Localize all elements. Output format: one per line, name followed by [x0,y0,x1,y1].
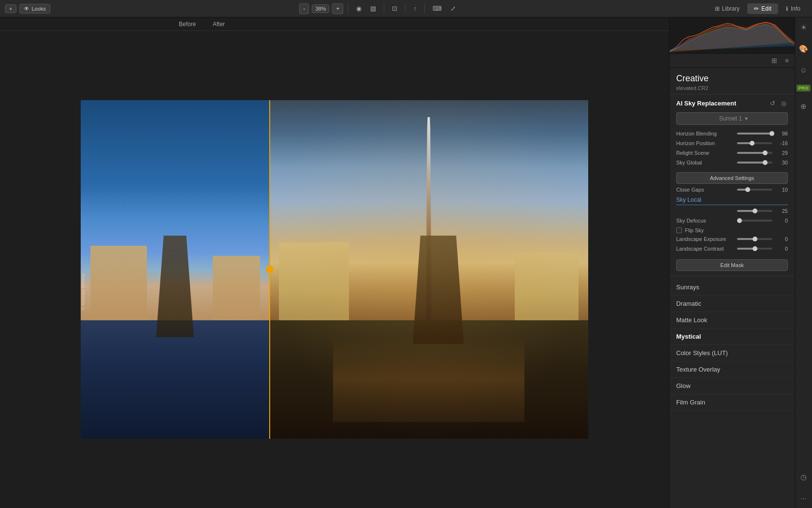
relight-scene-track[interactable] [737,152,772,154]
before-scene: 🌴 🌴 🌴 [81,100,269,439]
horizon-position-value: -16 [775,140,788,146]
zoom-display: 38% [312,4,329,13]
sky-local-row: 25 [676,208,788,214]
sky-defocus-track[interactable] [737,220,772,222]
advanced-sliders: Close Gaps 10 Sky Local [676,187,788,252]
texture-overlay-item[interactable]: Texture Overlay [669,361,795,378]
edit-icon: ✏ [754,5,759,12]
main-sliders: Horizon Blending 98 Horizon Position [676,131,788,165]
dramatic-item[interactable]: Dramatic [669,296,795,312]
horizon-position-label: Horizon Position [676,140,734,146]
after-label: After [213,21,225,28]
sky-selector-label: Sunset 1 [719,115,742,122]
right-panel: ⊞ ≡ Creative elevated.CR2 AI Sky Replace… [669,17,795,508]
flip-sky-checkbox[interactable] [676,227,682,233]
main-area: Before After 🌴 [0,17,812,508]
preview-button[interactable]: ◉ [353,3,364,14]
sky-local-track[interactable] [737,210,772,212]
flip-sky-checkbox-label: Flip Sky [685,227,704,233]
histogram-svg [669,17,795,54]
face-icon[interactable]: ☺ [798,64,809,76]
sky-global-value: 30 [775,160,788,165]
horizon-blending-row: Horizon Blending 98 [676,131,788,136]
fullscreen-button[interactable]: ⤢ [448,3,459,14]
right-side-icons: ☀ 🎨 ☺ PRO ⊕ ◷ ··· [795,17,812,508]
zoom-out-button[interactable]: - [299,3,309,14]
horizon-blending-value: 98 [775,131,788,136]
crop-button[interactable]: ⊡ [389,3,400,14]
panel-scroll[interactable]: AI Sky Replacement ↺ ◎ Sunset 1 ▾ Horizo… [669,94,795,508]
sky-global-track[interactable] [737,162,772,164]
relight-scene-value: 29 [775,150,788,156]
undo-button[interactable]: ↺ [768,99,777,107]
landscape-exposure-value: 0 [775,236,788,242]
sky-local-value: 25 [775,208,788,214]
looks-button[interactable]: 👁 Looks [19,4,50,14]
histogram-area [669,17,795,54]
palette-icon[interactable]: 🎨 [797,43,810,55]
after-scene: 🌴 🌴 🌴 🌴 [269,100,588,439]
before-label: Before [179,21,196,28]
export-button[interactable]: ↑ [410,3,420,14]
info-icon: ℹ [786,5,788,12]
horizon-blending-track[interactable] [737,133,772,134]
zoom-in-button[interactable]: + [332,3,343,14]
separator-2 [384,4,384,14]
library-icon: ⊞ [715,5,720,12]
separator-4 [424,4,425,14]
add-button[interactable]: + [5,4,16,13]
sky-global-row: Sky Global 30 [676,160,788,165]
horizon-position-track[interactable] [737,142,772,144]
creative-items-list: Sunrays Dramatic Matte Look Mystical Col… [669,276,795,414]
toggle-button[interactable]: ◎ [780,99,788,107]
layers-panel-icon[interactable]: ⊞ [769,56,779,65]
landscape-exposure-track[interactable] [737,238,772,240]
split-handle[interactable] [266,266,274,273]
top-toolbar: + 👁 Looks - 38% + ◉ ▧ ⊡ ↑ ⌨ ⤢ ⊞ Library … [0,0,812,17]
before-image: 🌴 🌴 🌴 [81,100,269,439]
library-tab[interactable]: ⊞ Library [708,3,747,14]
flip-sky-row: Flip Sky [676,227,788,233]
matte-look-item[interactable]: Matte Look [669,312,795,329]
sky-replacement-section: AI Sky Replacement ↺ ◎ Sunset 1 ▾ Horizo… [669,94,795,276]
split-view: 🌴 🌴 🌴 [81,100,588,439]
sky-local-label: Sky Local [676,196,788,205]
info-tab[interactable]: ℹ Info [779,3,807,14]
panel-filename: elevated.CR2 [676,85,788,91]
keyboard-button[interactable]: ⌨ [430,3,445,14]
mystical-item[interactable]: Mystical [669,329,795,345]
landscape-contrast-track[interactable] [737,248,772,250]
landscape-contrast-label: Landscape Contrast [676,246,734,252]
sky-selector-dropdown[interactable]: Sunset 1 ▾ [676,112,788,125]
split-divider[interactable] [269,100,270,439]
close-gaps-value: 10 [775,187,788,193]
close-gaps-row: Close Gaps 10 [676,187,788,193]
edit-mask-button[interactable]: Edit Mask [676,259,788,271]
adjustments-panel-icon[interactable]: ≡ [783,56,791,65]
advanced-settings-button[interactable]: Advanced Settings [676,172,788,184]
glow-item[interactable]: Glow [669,378,795,394]
edit-tab[interactable]: ✏ Edit [747,3,778,14]
horizon-position-row: Horizon Position -16 [676,140,788,146]
compare-button[interactable]: ▧ [367,3,379,14]
more-icon[interactable]: ··· [798,492,809,504]
history-icon[interactable]: ◷ [798,471,809,483]
panel-icons-row: ⊞ ≡ [669,54,795,68]
watermark: © Matthew Browne [81,273,86,310]
color-styles-item[interactable]: Color Styles (LUT) [669,345,795,361]
relight-scene-label: Relight Scene [676,150,734,156]
image-container: 🌴 🌴 🌴 [0,31,669,508]
panel-title: Creative [676,74,788,84]
canvas-area: Before After 🌴 [0,17,669,508]
section-header: AI Sky Replacement ↺ ◎ [676,99,788,107]
sun-adjust-icon[interactable]: ☀ [798,21,809,34]
close-gaps-track[interactable] [737,189,772,191]
bag-icon[interactable]: ⊕ [798,100,809,113]
creative-header: Creative elevated.CR2 [669,68,795,94]
pro-badge: PRO [797,85,811,91]
separator-1 [348,4,348,14]
sunrays-item[interactable]: Sunrays [669,279,795,296]
film-grain-item[interactable]: Film Grain [669,394,795,411]
toolbar-right: ⊞ Library ✏ Edit ℹ Info [708,3,807,14]
landscape-contrast-row: Landscape Contrast 0 [676,246,788,252]
